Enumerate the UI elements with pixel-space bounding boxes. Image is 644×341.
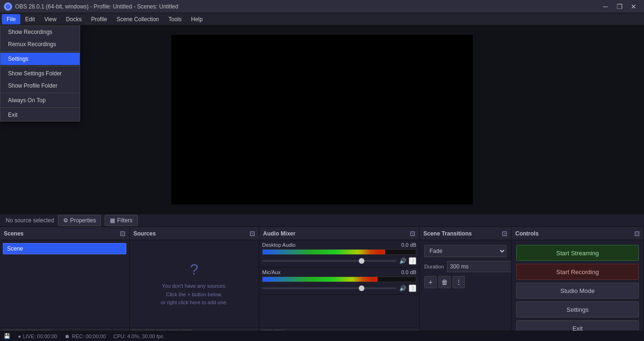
menu-item-settings[interactable]: Settings xyxy=(0,53,80,65)
menu-item-show-profile-folder[interactable]: Show Profile Folder xyxy=(0,80,80,92)
status-disk: 💾 xyxy=(4,333,10,339)
live-indicator: ● xyxy=(18,333,21,339)
live-time: LIVE: 00:00:00 xyxy=(23,333,58,339)
menu-item-remux-recordings[interactable]: Remux Recordings xyxy=(0,38,80,50)
main-area: No source selected ⚙ Properties ▦ Filter… xyxy=(0,25,644,341)
svg-point-1 xyxy=(7,5,9,8)
desktop-meter-fill xyxy=(263,250,385,254)
titlebar: OBS 28.0.1 (64-bit, windows) - Profile: … xyxy=(0,0,644,13)
desktop-audio-name: Desktop Audio xyxy=(262,242,296,248)
mic-audio-header: Mic/Aux 0.0 dB xyxy=(262,269,416,275)
preview-area xyxy=(0,25,644,214)
menu-item-show-settings-folder[interactable]: Show Settings Folder xyxy=(0,67,80,80)
filters-button[interactable]: ▦ Filters xyxy=(105,215,138,226)
menu-view[interactable]: View xyxy=(40,14,61,24)
mic-audio-controls: 🔊 ⋮ xyxy=(262,284,416,292)
scenes-title: Scenes xyxy=(4,230,24,237)
properties-button[interactable]: ⚙ Properties xyxy=(58,215,101,226)
desktop-mute-button[interactable]: 🔊 xyxy=(398,257,407,265)
menu-file[interactable]: File xyxy=(2,14,20,24)
scenes-panel-icon[interactable]: ⊡ xyxy=(120,230,125,237)
sources-empty-text: You don't have any sources. Click the + … xyxy=(161,282,228,307)
rec-time: REC: 00:00:00 xyxy=(72,333,106,339)
statusbar: 💾 ● LIVE: 00:00:00 ⏺ REC: 00:00:00 CPU: … xyxy=(0,331,644,341)
sources-empty-state: ? You don't have any sources. Click the … xyxy=(132,242,257,326)
menu-tools[interactable]: Tools xyxy=(164,14,186,24)
menu-divider-3 xyxy=(0,93,80,93)
menu-scene-collection[interactable]: Scene Collection xyxy=(112,14,164,24)
sources-panel: Sources ⊡ ? You don't have any sources. … xyxy=(130,227,259,341)
scene-item[interactable]: Scene xyxy=(3,243,126,254)
desktop-audio-db: 0.0 dB xyxy=(401,242,416,248)
controls-panel-icon[interactable]: ⊡ xyxy=(634,230,640,237)
menu-divider-2 xyxy=(0,66,80,66)
transitions-buttons: + 🗑 ⋮ xyxy=(424,276,506,288)
scene-transitions-panel: Scene Transitions ⊡ Fade Duration + xyxy=(420,227,512,341)
sources-panel-icon[interactable]: ⊡ xyxy=(249,230,255,237)
titlebar-left: OBS 28.0.1 (64-bit, windows) - Profile: … xyxy=(4,2,178,11)
desktop-slider-thumb xyxy=(359,258,364,264)
transitions-add-button[interactable]: + xyxy=(424,276,437,288)
sources-panel-content: ? You don't have any sources. Click the … xyxy=(130,240,259,328)
desktop-audio-header: Desktop Audio 0.0 dB xyxy=(262,242,416,248)
cpu-label: CPU: 4.0%, 30.00 fps xyxy=(114,333,164,339)
desktop-menu-button[interactable]: ⋮ xyxy=(409,257,416,265)
disk-icon: 💾 xyxy=(4,333,10,339)
controls-buttons: Start Streaming Start Recording Studio M… xyxy=(513,242,642,339)
menu-item-show-recordings[interactable]: Show Recordings xyxy=(0,26,80,38)
start-recording-button[interactable]: Start Recording xyxy=(516,264,639,280)
no-source-label: No source selected xyxy=(6,217,54,224)
maximize-button[interactable]: ❐ xyxy=(613,1,626,12)
sources-panel-header: Sources ⊡ xyxy=(130,227,259,240)
gear-icon: ⚙ xyxy=(63,217,68,224)
settings-button[interactable]: Settings xyxy=(516,301,639,317)
mic-audio-name: Mic/Aux xyxy=(262,269,281,275)
audio-channel-desktop: Desktop Audio 0.0 dB 🔊 ⋮ xyxy=(259,240,419,268)
menu-docks[interactable]: Docks xyxy=(61,14,86,24)
mic-volume-slider[interactable] xyxy=(262,287,396,289)
transitions-header: Scene Transitions ⊡ xyxy=(420,227,511,240)
duration-input[interactable] xyxy=(447,261,511,272)
rec-indicator: ⏺ xyxy=(65,333,70,339)
menu-divider-1 xyxy=(0,51,80,52)
status-live: ● LIVE: 00:00:00 xyxy=(18,333,57,339)
scenes-panel: Scenes ⊡ Scene + 🗑 ▲ ▼ xyxy=(0,227,130,341)
menu-item-exit[interactable]: Exit xyxy=(0,109,80,121)
audio-mixer-panel: Audio Mixer ⊡ Desktop Audio 0.0 dB xyxy=(259,227,420,341)
minimize-button[interactable]: ─ xyxy=(599,1,612,12)
sources-title: Sources xyxy=(133,230,156,237)
transitions-content: Fade Duration + 🗑 ⋮ xyxy=(420,240,511,341)
duration-label: Duration xyxy=(424,264,444,269)
transitions-remove-button[interactable]: 🗑 xyxy=(438,276,451,288)
scenes-panel-header: Scenes ⊡ xyxy=(0,227,129,240)
titlebar-controls: ─ ❐ ✕ xyxy=(599,1,640,12)
transitions-panel-icon[interactable]: ⊡ xyxy=(502,230,507,237)
menu-profile[interactable]: Profile xyxy=(86,14,112,24)
titlebar-title: OBS 28.0.1 (64-bit, windows) - Profile: … xyxy=(15,3,178,10)
start-streaming-button[interactable]: Start Streaming xyxy=(516,245,639,261)
mic-audio-meter xyxy=(262,276,416,282)
duration-row: Duration xyxy=(424,261,506,272)
controls-header: Controls ⊡ xyxy=(512,227,644,240)
close-button[interactable]: ✕ xyxy=(627,1,640,12)
mic-menu-button[interactable]: ⋮ xyxy=(409,284,416,292)
audio-mixer-title: Audio Mixer xyxy=(263,230,296,237)
preview-canvas xyxy=(171,35,473,204)
transitions-inner: Fade Duration + 🗑 ⋮ xyxy=(421,242,509,291)
mic-mute-button[interactable]: 🔊 xyxy=(398,284,407,292)
transitions-menu-button[interactable]: ⋮ xyxy=(453,276,465,288)
menu-edit[interactable]: Edit xyxy=(20,14,40,24)
desktop-audio-meter xyxy=(262,249,416,255)
controls-content: Start Streaming Start Recording Studio M… xyxy=(512,240,644,341)
audio-mixer-header: Audio Mixer ⊡ xyxy=(259,227,419,240)
audio-mixer-panel-icon[interactable]: ⊡ xyxy=(410,230,415,237)
desktop-volume-slider[interactable] xyxy=(262,260,396,262)
filter-icon: ▦ xyxy=(110,217,115,224)
menu-help[interactable]: Help xyxy=(186,14,207,24)
audio-channel-mic: Mic/Aux 0.0 dB 🔊 ⋮ xyxy=(259,268,419,295)
file-dropdown: Show Recordings Remux Recordings Setting… xyxy=(0,25,80,122)
menu-item-always-on-top[interactable]: Always On Top xyxy=(0,94,80,106)
controls-panel: Controls ⊡ Start Streaming Start Recordi… xyxy=(512,227,644,341)
studio-mode-button[interactable]: Studio Mode xyxy=(516,283,639,299)
transitions-select[interactable]: Fade xyxy=(424,245,506,257)
